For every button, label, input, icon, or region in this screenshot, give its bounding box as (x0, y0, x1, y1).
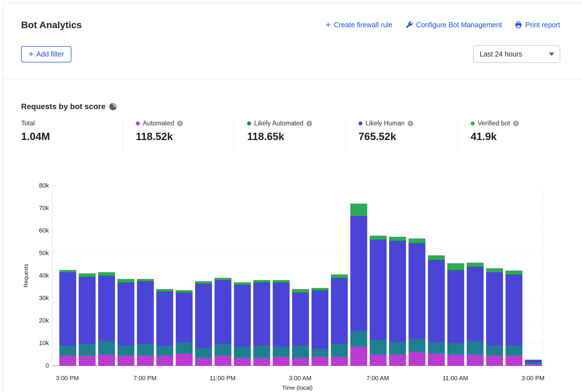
y-tick-label: 70k (39, 205, 49, 211)
bar-segment (234, 285, 251, 346)
bar-segment (118, 279, 134, 282)
y-tick-label: 40k (39, 272, 49, 279)
bar-segment (79, 344, 96, 355)
bar-segment (486, 345, 503, 355)
automated-color-dot (136, 121, 140, 125)
stacked-bar-16[interactable] (370, 236, 387, 366)
add-filter-button[interactable]: + Add filter (21, 46, 71, 62)
bar-segment (350, 216, 367, 331)
stacked-bar-5[interactable] (156, 289, 173, 366)
y-tick-label: 10k (39, 340, 49, 346)
bar-segment (253, 280, 270, 282)
bar-segment (156, 345, 173, 355)
stacked-bar-15[interactable] (350, 204, 367, 366)
stacked-bar-22[interactable] (486, 268, 503, 366)
stacked-bar-0[interactable] (59, 270, 76, 366)
stacked-bar-4[interactable] (137, 279, 154, 366)
stacked-bar-18[interactable] (409, 238, 425, 366)
info-icon[interactable]: i (408, 121, 413, 126)
stacked-bar-24[interactable] (525, 360, 542, 366)
bar-segment (234, 346, 251, 358)
stat-likely-human-label: Likely Human (366, 120, 405, 127)
bar-segment (195, 348, 212, 358)
bar-segment (506, 271, 522, 274)
bar-segment (331, 357, 348, 366)
bar-segment (195, 281, 212, 283)
bar-segment (525, 364, 542, 366)
print-report-link[interactable]: Print report (515, 21, 560, 29)
bar-segment (331, 344, 348, 357)
bar-segment (273, 357, 290, 366)
stacked-bar-12[interactable] (292, 289, 309, 366)
bar-segment (59, 272, 76, 345)
stat-verified-bot-value: 41.9k (471, 131, 559, 143)
stacked-bar-17[interactable] (389, 237, 406, 366)
bar-segment (98, 276, 115, 341)
stacked-bar-11[interactable] (273, 280, 290, 366)
bar-segment (409, 352, 425, 366)
x-axis: 3:00 PM7:00 PM11:00 PM3:00 AM7:00 AM11:0… (52, 375, 543, 383)
stat-verified-bot: Verified bot i 41.9k (457, 120, 559, 157)
bar-segment (486, 272, 503, 345)
configure-bot-management-label: Configure Bot Management (416, 21, 502, 29)
bar-segment (118, 282, 134, 345)
configure-bot-management-link[interactable]: Configure Bot Management (405, 21, 502, 29)
section-title: Requests by bot score (21, 102, 105, 111)
info-icon[interactable]: i (306, 121, 312, 126)
bar-segment (467, 354, 484, 366)
bar-segment (176, 342, 193, 353)
bar-segment (467, 341, 484, 354)
bar-segment (467, 263, 484, 267)
x-tick-label: 11:00 PM (209, 375, 236, 382)
likely-automated-color-dot (247, 121, 251, 125)
stacked-bar-1[interactable] (79, 273, 96, 366)
bar-segment (292, 289, 309, 292)
stats-row: Total 1.04M Automated i 118.52k Likely A… (21, 120, 582, 157)
stacked-bar-3[interactable] (118, 279, 134, 366)
bar-segment (137, 344, 154, 355)
bar-segment (253, 282, 270, 345)
x-axis-title: Time (local) (52, 384, 543, 391)
bar-segment (409, 243, 425, 339)
y-tick-label: 0 (46, 362, 49, 369)
print-report-label: Print report (525, 21, 560, 29)
bar-segment (292, 358, 309, 366)
stat-total-label: Total (21, 120, 35, 127)
bar-segment (506, 355, 522, 366)
stacked-bar-20[interactable] (447, 263, 464, 366)
stacked-bar-21[interactable] (467, 263, 484, 366)
pie-chart-icon (109, 103, 117, 110)
stat-automated-value: 118.52k (136, 131, 234, 143)
stat-likely-automated-label: Likely Automated (254, 120, 303, 127)
bar-segment (79, 273, 96, 277)
stacked-bar-14[interactable] (331, 274, 348, 366)
stacked-bar-2[interactable] (98, 272, 115, 366)
bar-segment (137, 281, 154, 344)
stacked-bar-7[interactable] (195, 281, 212, 366)
stacked-bar-13[interactable] (312, 288, 328, 366)
stacked-bar-9[interactable] (234, 282, 251, 366)
bar-segment (506, 274, 522, 345)
bar-segment (312, 349, 328, 357)
bar-segment (176, 353, 193, 366)
stacked-bar-10[interactable] (253, 280, 270, 366)
stacked-bar-8[interactable] (215, 278, 231, 366)
stacked-bar-23[interactable] (506, 271, 522, 366)
stacked-bar-6[interactable] (176, 290, 193, 366)
stacked-bar-19[interactable] (428, 255, 445, 366)
plus-icon: + (326, 21, 331, 29)
time-range-value: Last 24 hours (480, 50, 522, 58)
create-firewall-rule-link[interactable]: + Create firewall rule (326, 21, 392, 29)
info-icon[interactable]: i (177, 121, 183, 126)
stat-likely-human-value: 765.52k (358, 131, 457, 143)
create-firewall-rule-label: Create firewall rule (334, 21, 392, 29)
time-range-select[interactable]: Last 24 hours (473, 46, 560, 63)
bar-segment (428, 353, 445, 366)
bar-segment (195, 283, 212, 348)
bar-segment (467, 267, 484, 341)
x-tick-label: 3:00 PM (56, 375, 79, 382)
bar-segment (350, 346, 367, 366)
info-icon[interactable]: i (513, 121, 519, 126)
bar-segment (486, 355, 503, 366)
x-tick-label: 3:00 AM (289, 375, 312, 382)
